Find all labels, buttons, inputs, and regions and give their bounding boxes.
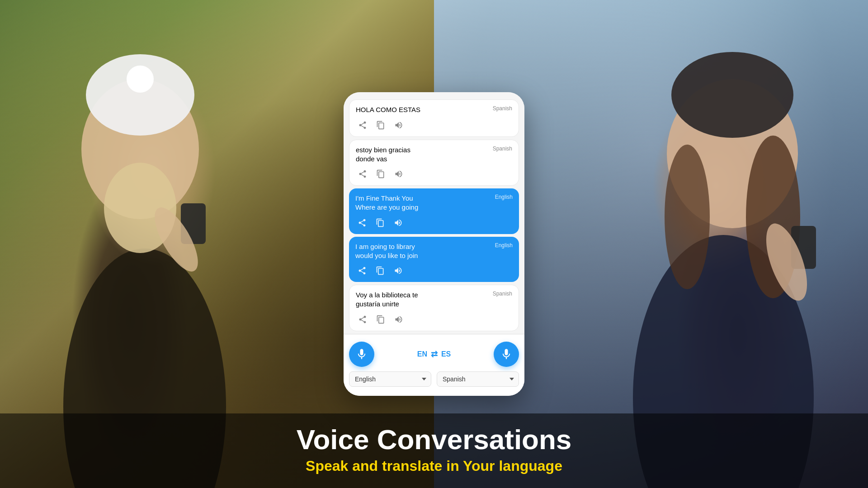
chat-area: HOLA COMO ESTAS Spanish [344,92,524,331]
svg-point-3 [127,66,154,93]
copy-icon-3[interactable] [373,216,387,230]
svg-point-11 [665,145,710,289]
chat-bubble-5: Voy a la biblioteca te gustaría unirte S… [349,285,519,331]
share-icon-1[interactable] [356,118,369,132]
bubble-4-lang: English [495,242,513,249]
lang-code-es: ES [441,350,451,358]
bubble-4-text: I am going to library would you like to … [355,242,491,261]
mic-button-left[interactable] [349,342,374,367]
share-icon-3[interactable] [355,216,369,230]
bubble-2-text: estoy bien gracias donde vas [356,145,489,164]
chat-bubble-2: estoy bien gracias donde vas Spanish [349,140,519,186]
volume-icon-4[interactable] [392,264,405,277]
copy-icon-1[interactable] [374,118,387,132]
bottom-controls: EN ⇄ ES English Spanish French German [344,334,524,396]
banner-title: Voice Conversations [9,424,859,455]
bottom-banner: Voice Conversations Speak and translate … [0,413,868,488]
language-select-row: English Spanish French German Spanish En… [349,371,519,387]
mic-row: EN ⇄ ES [349,342,519,367]
chat-bubble-1: HOLA COMO ESTAS Spanish [349,99,519,136]
chat-bubble-3: I'm Fine Thank You Where are you going E… [349,188,519,234]
volume-icon-5[interactable] [392,313,406,326]
bubble-2-actions [356,167,512,181]
banner-subtitle: Speak and translate in Your language [9,458,859,474]
bubble-3-text: I'm Fine Thank You Where are you going [355,194,491,212]
bubble-5-lang: Spanish [493,291,512,297]
bubble-2-lang: Spanish [493,145,512,152]
bubble-1-actions [356,118,512,132]
bubble-4-actions [355,264,513,277]
bubble-3-lang: English [495,194,513,200]
share-icon-5[interactable] [356,313,369,326]
bubble-1-lang: Spanish [493,105,512,112]
copy-icon-2[interactable] [374,167,387,181]
phone-mockup: HOLA COMO ESTAS Spanish [344,92,524,395]
language-swap-controls: EN ⇄ ES [417,349,451,359]
volume-icon-1[interactable] [392,118,406,132]
volume-icon-2[interactable] [392,167,406,181]
bubble-5-actions [356,313,512,326]
bubble-1-text: HOLA COMO ESTAS [356,105,489,114]
share-icon-2[interactable] [356,167,369,181]
lang-code-en: EN [417,350,427,358]
swap-icon[interactable]: ⇄ [431,349,438,359]
share-icon-4[interactable] [355,264,369,277]
language-select-left[interactable]: English Spanish French German [349,371,431,387]
copy-icon-5[interactable] [374,313,387,326]
chat-bubble-4: I am going to library would you like to … [349,237,519,282]
svg-point-9 [671,52,793,138]
language-select-right[interactable]: Spanish English French German [437,371,519,387]
volume-icon-3[interactable] [392,216,405,230]
copy-icon-4[interactable] [373,264,387,277]
bubble-3-actions [355,216,513,230]
bubble-5-text: Voy a la biblioteca te gustaría unirte [356,291,489,309]
mic-button-right[interactable] [494,342,519,367]
